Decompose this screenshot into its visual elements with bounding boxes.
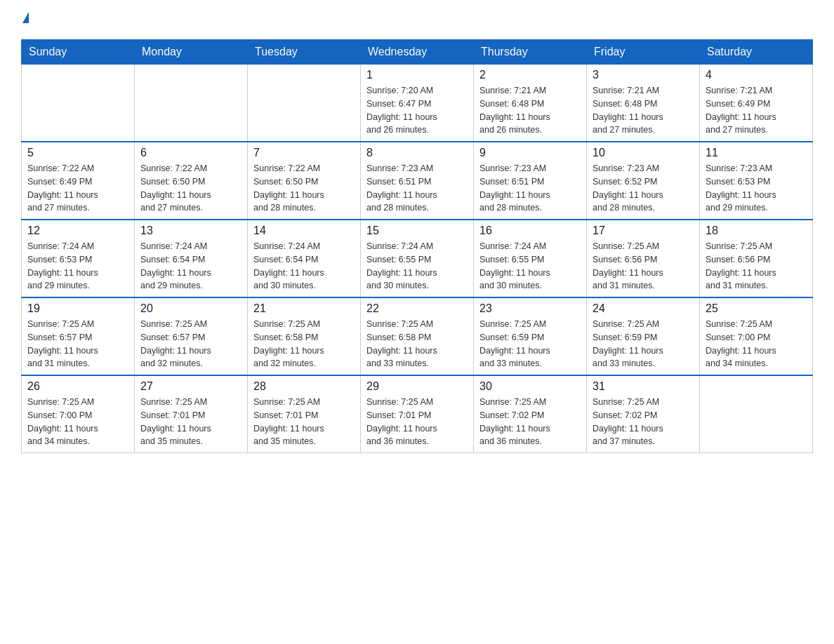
weekday-header-tuesday: Tuesday [248,40,361,65]
day-info: Sunrise: 7:25 AM Sunset: 7:01 PM Dayligh… [140,396,241,448]
calendar-cell [135,65,248,142]
day-number: 21 [253,302,355,315]
weekday-header-monday: Monday [135,40,248,65]
weekday-header-saturday: Saturday [700,40,813,65]
day-number: 29 [366,380,468,393]
day-number: 31 [593,380,694,393]
day-number: 12 [27,224,128,237]
calendar-cell: 9Sunrise: 7:23 AM Sunset: 6:51 PM Daylig… [474,142,587,220]
calendar-cell: 2Sunrise: 7:21 AM Sunset: 6:48 PM Daylig… [474,65,587,142]
calendar-cell: 24Sunrise: 7:25 AM Sunset: 6:59 PM Dayli… [587,297,700,375]
calendar-cell: 15Sunrise: 7:24 AM Sunset: 6:55 PM Dayli… [361,220,474,297]
calendar-week-5: 26Sunrise: 7:25 AM Sunset: 7:00 PM Dayli… [22,375,813,453]
calendar-cell [22,65,135,142]
day-number: 11 [706,147,807,159]
calendar-cell: 29Sunrise: 7:25 AM Sunset: 7:01 PM Dayli… [361,375,474,453]
day-info: Sunrise: 7:25 AM Sunset: 7:00 PM Dayligh… [706,318,807,370]
calendar-header: SundayMondayTuesdayWednesdayThursdayFrid… [22,40,813,65]
day-info: Sunrise: 7:25 AM Sunset: 7:01 PM Dayligh… [366,396,468,448]
day-info: Sunrise: 7:24 AM Sunset: 6:55 PM Dayligh… [366,240,468,293]
page-header [21,14,813,25]
day-number: 3 [593,69,694,81]
calendar-cell: 30Sunrise: 7:25 AM Sunset: 7:02 PM Dayli… [474,375,587,453]
day-number: 6 [140,147,241,159]
day-info: Sunrise: 7:25 AM Sunset: 6:59 PM Dayligh… [479,318,581,370]
day-number: 1 [366,69,468,81]
day-info: Sunrise: 7:24 AM Sunset: 6:55 PM Dayligh… [479,240,581,293]
day-number: 24 [593,302,694,315]
day-number: 23 [479,302,581,315]
calendar-cell: 20Sunrise: 7:25 AM Sunset: 6:57 PM Dayli… [135,297,248,375]
calendar-cell [700,375,813,453]
calendar-week-3: 12Sunrise: 7:24 AM Sunset: 6:53 PM Dayli… [22,220,813,297]
day-info: Sunrise: 7:21 AM Sunset: 6:49 PM Dayligh… [706,84,807,137]
day-info: Sunrise: 7:21 AM Sunset: 6:48 PM Dayligh… [479,84,581,137]
day-info: Sunrise: 7:23 AM Sunset: 6:51 PM Dayligh… [479,162,581,215]
weekday-header-row: SundayMondayTuesdayWednesdayThursdayFrid… [22,40,813,65]
calendar-body: 1Sunrise: 7:20 AM Sunset: 6:47 PM Daylig… [22,65,813,453]
day-info: Sunrise: 7:25 AM Sunset: 6:57 PM Dayligh… [27,318,128,370]
day-number: 7 [253,147,355,159]
day-number: 4 [706,69,807,81]
day-info: Sunrise: 7:22 AM Sunset: 6:50 PM Dayligh… [253,162,355,215]
day-number: 30 [479,380,581,393]
calendar-cell [248,65,361,142]
calendar-cell: 11Sunrise: 7:23 AM Sunset: 6:53 PM Dayli… [700,142,813,220]
calendar-cell: 4Sunrise: 7:21 AM Sunset: 6:49 PM Daylig… [700,65,813,142]
logo-triangle-icon [22,12,29,23]
day-number: 18 [706,224,807,237]
day-info: Sunrise: 7:23 AM Sunset: 6:53 PM Dayligh… [706,162,807,215]
day-number: 9 [479,147,581,159]
day-number: 2 [479,69,581,81]
day-info: Sunrise: 7:22 AM Sunset: 6:50 PM Dayligh… [140,162,241,215]
calendar-cell: 31Sunrise: 7:25 AM Sunset: 7:02 PM Dayli… [587,375,700,453]
calendar-cell: 12Sunrise: 7:24 AM Sunset: 6:53 PM Dayli… [22,220,135,297]
day-info: Sunrise: 7:25 AM Sunset: 7:01 PM Dayligh… [253,396,355,448]
calendar-cell: 1Sunrise: 7:20 AM Sunset: 6:47 PM Daylig… [361,65,474,142]
calendar-week-2: 5Sunrise: 7:22 AM Sunset: 6:49 PM Daylig… [22,142,813,220]
calendar-cell: 23Sunrise: 7:25 AM Sunset: 6:59 PM Dayli… [474,297,587,375]
day-number: 5 [27,147,128,159]
calendar-table: SundayMondayTuesdayWednesdayThursdayFrid… [21,39,813,453]
day-number: 14 [253,224,355,237]
day-number: 26 [27,380,128,393]
day-info: Sunrise: 7:25 AM Sunset: 6:58 PM Dayligh… [253,318,355,370]
day-info: Sunrise: 7:20 AM Sunset: 6:47 PM Dayligh… [366,84,468,137]
calendar-cell: 5Sunrise: 7:22 AM Sunset: 6:49 PM Daylig… [22,142,135,220]
weekday-header-thursday: Thursday [474,40,587,65]
calendar-cell: 21Sunrise: 7:25 AM Sunset: 6:58 PM Dayli… [248,297,361,375]
day-number: 19 [27,302,128,315]
calendar-cell: 25Sunrise: 7:25 AM Sunset: 7:00 PM Dayli… [700,297,813,375]
day-number: 20 [140,302,241,315]
day-number: 16 [479,224,581,237]
calendar-cell: 6Sunrise: 7:22 AM Sunset: 6:50 PM Daylig… [135,142,248,220]
calendar-week-4: 19Sunrise: 7:25 AM Sunset: 6:57 PM Dayli… [22,297,813,375]
calendar-cell: 16Sunrise: 7:24 AM Sunset: 6:55 PM Dayli… [474,220,587,297]
day-number: 17 [593,224,694,237]
logo [21,14,29,25]
calendar-cell: 8Sunrise: 7:23 AM Sunset: 6:51 PM Daylig… [361,142,474,220]
day-info: Sunrise: 7:25 AM Sunset: 7:00 PM Dayligh… [27,396,128,448]
day-number: 10 [593,147,694,159]
day-info: Sunrise: 7:25 AM Sunset: 6:59 PM Dayligh… [593,318,694,370]
day-number: 15 [366,224,468,237]
day-number: 22 [366,302,468,315]
calendar-cell: 7Sunrise: 7:22 AM Sunset: 6:50 PM Daylig… [248,142,361,220]
calendar-cell: 19Sunrise: 7:25 AM Sunset: 6:57 PM Dayli… [22,297,135,375]
calendar-cell: 3Sunrise: 7:21 AM Sunset: 6:48 PM Daylig… [587,65,700,142]
day-info: Sunrise: 7:25 AM Sunset: 6:57 PM Dayligh… [140,318,241,370]
calendar-cell: 27Sunrise: 7:25 AM Sunset: 7:01 PM Dayli… [135,375,248,453]
day-info: Sunrise: 7:22 AM Sunset: 6:49 PM Dayligh… [27,162,128,215]
day-info: Sunrise: 7:24 AM Sunset: 6:54 PM Dayligh… [140,240,241,293]
calendar-cell: 26Sunrise: 7:25 AM Sunset: 7:00 PM Dayli… [22,375,135,453]
day-info: Sunrise: 7:23 AM Sunset: 6:51 PM Dayligh… [366,162,468,215]
day-info: Sunrise: 7:24 AM Sunset: 6:54 PM Dayligh… [253,240,355,293]
calendar-week-1: 1Sunrise: 7:20 AM Sunset: 6:47 PM Daylig… [22,65,813,142]
weekday-header-sunday: Sunday [22,40,135,65]
day-info: Sunrise: 7:25 AM Sunset: 7:02 PM Dayligh… [593,396,694,448]
day-number: 13 [140,224,241,237]
calendar-cell: 28Sunrise: 7:25 AM Sunset: 7:01 PM Dayli… [248,375,361,453]
calendar-cell: 14Sunrise: 7:24 AM Sunset: 6:54 PM Dayli… [248,220,361,297]
day-info: Sunrise: 7:25 AM Sunset: 6:56 PM Dayligh… [706,240,807,293]
day-info: Sunrise: 7:23 AM Sunset: 6:52 PM Dayligh… [593,162,694,215]
